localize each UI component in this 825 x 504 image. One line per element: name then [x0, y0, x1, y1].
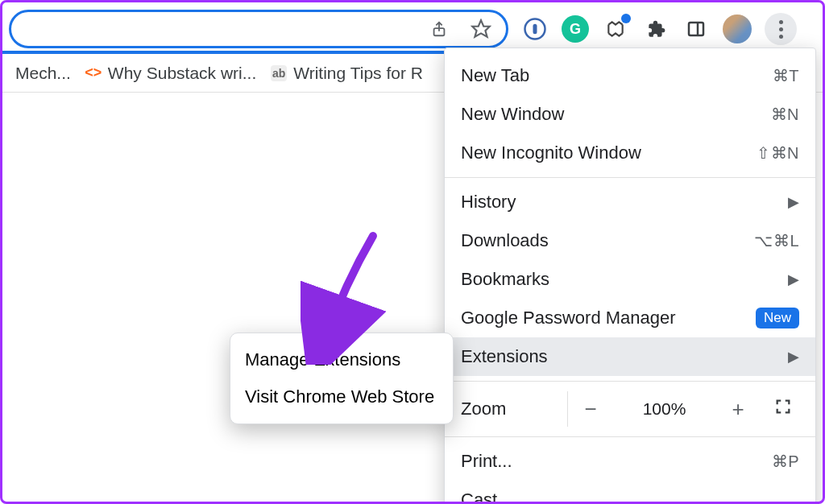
- menu-incognito[interactable]: New Incognito Window ⇧⌘N: [445, 134, 815, 172]
- zoom-value: 100%: [613, 399, 715, 419]
- svg-marker-1: [472, 20, 490, 37]
- menu-label: New Tab: [461, 65, 529, 86]
- menu-shortcut: ⌘T: [773, 66, 799, 85]
- menu-label: Downloads: [461, 230, 549, 251]
- extension-loom-icon[interactable]: [602, 15, 629, 43]
- menu-shortcut: ⌥⌘L: [754, 231, 799, 250]
- menu-bookmarks[interactable]: Bookmarks ▶: [445, 260, 815, 299]
- svg-rect-3: [533, 24, 537, 35]
- extensions-tray: G: [515, 13, 797, 45]
- menu-extensions[interactable]: Extensions ▶: [445, 337, 815, 376]
- extension-1password-icon[interactable]: [521, 15, 549, 43]
- chevron-right-icon: ▶: [788, 348, 799, 366]
- menu-new-tab[interactable]: New Tab ⌘T: [445, 56, 815, 95]
- browser-toolbar: G: [2, 2, 823, 51]
- bookmark-label: Mech...: [15, 64, 71, 83]
- profile-avatar[interactable]: [723, 14, 752, 43]
- new-badge: New: [756, 308, 799, 328]
- submenu-label: Visit Chrome Web Store: [245, 386, 434, 407]
- bookmark-item[interactable]: <> Why Substack wri...: [81, 60, 261, 86]
- bookmark-label: Writing Tips for R: [293, 64, 423, 83]
- menu-print[interactable]: Print... ⌘P: [445, 442, 815, 481]
- submenu-manage-extensions[interactable]: Manage Extensions: [230, 341, 453, 378]
- menu-shortcut: ⌘P: [772, 452, 799, 471]
- extension-grammarly-icon[interactable]: G: [562, 15, 589, 43]
- bookmark-item[interactable]: Mech...: [10, 60, 76, 86]
- chrome-main-menu: New Tab ⌘T New Window ⌘N New Incognito W…: [444, 48, 816, 504]
- menu-label: History: [461, 192, 516, 213]
- menu-label: Print...: [461, 451, 512, 472]
- menu-label: Extensions: [461, 346, 548, 367]
- menu-separator: [445, 177, 815, 178]
- menu-password-manager[interactable]: Google Password Manager New: [445, 299, 815, 337]
- zoom-in-button[interactable]: +: [715, 397, 761, 422]
- extensions-puzzle-icon[interactable]: [642, 15, 670, 43]
- zoom-out-button[interactable]: −: [568, 397, 613, 422]
- menu-separator: [445, 436, 815, 437]
- notification-badge: [621, 14, 631, 23]
- menu-zoom: Zoom − 100% +: [445, 386, 815, 432]
- address-bar[interactable]: [9, 10, 508, 48]
- chevron-right-icon: ▶: [788, 271, 799, 288]
- menu-shortcut: ⇧⌘N: [757, 143, 799, 163]
- menu-label: Bookmarks: [461, 269, 549, 290]
- menu-downloads[interactable]: Downloads ⌥⌘L: [445, 221, 815, 260]
- menu-separator: [445, 381, 815, 382]
- chevron-right-icon: ▶: [788, 193, 799, 211]
- ab-favicon: ab: [271, 65, 287, 81]
- star-icon[interactable]: [467, 15, 495, 43]
- submenu-label: Manage Extensions: [245, 349, 400, 370]
- submenu-visit-webstore[interactable]: Visit Chrome Web Store: [230, 378, 453, 415]
- menu-label: Cast...: [461, 490, 512, 504]
- share-icon[interactable]: [425, 15, 453, 43]
- fullscreen-icon[interactable]: [761, 398, 806, 420]
- bookmark-label: Why Substack wri...: [108, 64, 256, 83]
- menu-cast[interactable]: Cast...: [445, 481, 815, 504]
- svg-rect-4: [689, 23, 703, 35]
- extensions-submenu: Manage Extensions Visit Chrome Web Store: [230, 333, 454, 424]
- kebab-menu-icon[interactable]: [765, 13, 797, 45]
- menu-history[interactable]: History ▶: [445, 183, 815, 221]
- menu-label: New Incognito Window: [461, 143, 641, 163]
- sidepanel-icon[interactable]: [682, 15, 710, 43]
- menu-shortcut: ⌘N: [771, 105, 799, 124]
- menu-label: Google Password Manager: [461, 308, 676, 328]
- menu-label: New Window: [461, 104, 564, 125]
- bookmark-item[interactable]: ab Writing Tips for R: [266, 60, 428, 86]
- substack-icon: <>: [85, 65, 102, 81]
- menu-new-window[interactable]: New Window ⌘N: [445, 95, 815, 134]
- zoom-label: Zoom: [461, 399, 567, 419]
